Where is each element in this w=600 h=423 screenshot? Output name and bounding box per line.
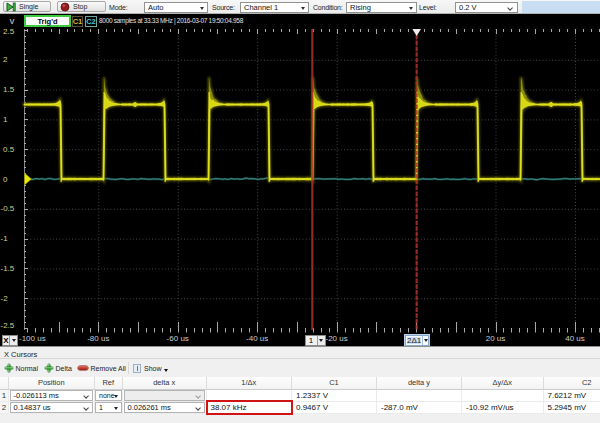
condition-select[interactable]: Rising [346,2,417,13]
sample-info-text: 8000 samples at 33.33 MHz | 2016-03-07 1… [99,17,243,24]
condition-value: Rising [350,3,371,12]
ref-combo-row1[interactable]: none [95,390,122,401]
x-axis-selector-button[interactable]: X [2,335,18,346]
chevron-down-icon [195,394,201,399]
cell-dydx-row2: -10.92 mV/us [462,402,544,414]
x-axis-label: -60 us [167,334,189,343]
status-bar: V Trig'd C1 C2 8000 samples at 33.33 MHz… [0,14,600,29]
channel2-badge[interactable]: C2 [85,16,97,27]
channel1-badge[interactable]: C1 [72,16,83,27]
show-menu-button[interactable]: Show [133,362,168,374]
trigger-position-marker [412,29,421,36]
column-header-c2[interactable]: C2 [544,377,600,390]
chevron-down-icon [83,394,89,399]
chevron-down-icon [507,6,513,11]
cursor2-button[interactable]: 2Δ1 [405,335,429,346]
cursors-table: PositionRefdelta x1/ΔxC1delta yΔy/ΔxC21-… [0,377,600,414]
chevron-down-icon [83,406,89,411]
cell-c2-row1: 7.6212 mV [544,390,600,402]
cursor2-button-label: 2Δ1 [407,337,421,344]
cell-c1-row1: 1.2337 V [292,390,377,402]
dropdown-arrow-icon [200,7,204,10]
dropdown-arrow-icon [422,336,428,345]
column-header-position[interactable]: Position [9,377,95,390]
y-axis-label: 2 [3,55,7,64]
show-label: Show [144,365,162,372]
position-value-row1: -0.026113 ms [14,391,59,400]
cell-c2-row2: 5.2945 mV [544,402,600,414]
condition-label: Condition: [313,4,343,11]
scope-display[interactable]: 2.521.510.50-0.5-1-1.5-2-2.5 -100 us-80 … [0,29,600,346]
ref-value-row1: none [99,392,115,399]
add-normal-cursor-button[interactable]: Normal [5,362,38,374]
column-header-delta_x[interactable]: delta x [123,377,207,390]
y-axis-label: -2.5 [1,321,15,330]
c1-zero-level-marker [25,173,32,185]
y-axis-label: 0 [3,175,7,184]
ref-value-row2: 1 [99,404,103,411]
stop-button[interactable]: Stop [57,1,106,12]
mode-value: Auto [148,3,163,12]
stop-button-label: Stop [73,3,87,10]
y-axis-label: -2 [1,294,8,303]
cell-num-row1: 1 [0,390,9,402]
level-value: 0.2 V [459,3,477,12]
y-axis-label: 1 [3,115,7,124]
waveform-plot[interactable] [0,29,600,346]
level-adjust-track[interactable] [522,1,600,13]
minus-icon [78,366,88,370]
add-normal-label: Normal [16,365,39,372]
source-value: Channel 1 [244,3,278,12]
column-header-num [0,377,9,390]
column-header-ref[interactable]: Ref [95,377,124,390]
position-combo-row1[interactable]: -0.026113 ms [10,390,94,401]
x-axis-label: -40 us [246,334,268,343]
cursors-toolbar: Normal Delta Remove All Show [0,358,600,376]
position-combo-row2[interactable]: 0.14837 us [10,402,94,413]
remove-all-cursors-button[interactable]: Remove All [78,362,126,374]
mode-label: Mode: [109,4,127,11]
dropdown-arrow-icon [317,336,325,345]
remove-all-label: Remove All [91,365,126,372]
y-axis-label: 1.5 [3,85,14,94]
plus-icon [5,364,13,372]
trigger-toolbar: Single Stop Mode: Auto Source: Channel 1… [0,0,600,14]
dropdown-arrow-icon [409,7,413,10]
cell-inv_dx-row2: 38.07 kHz [207,402,293,414]
y-axis-label: -1.5 [1,264,15,273]
cursor1-button[interactable]: 1 [305,335,326,346]
column-header-inv_dx[interactable]: 1/Δx [207,377,293,390]
x-axis-strip [28,322,600,333]
add-delta-label: Delta [56,365,72,372]
column-header-dydx[interactable]: Δy/Δx [462,377,544,390]
single-button-label: Single [19,3,38,10]
level-input[interactable]: 0.2 V [455,2,518,13]
delta_x-combo-row2[interactable]: 0.026261 ms [124,402,206,413]
column-header-c1[interactable]: C1 [292,377,377,390]
x-axis-label: 20 us [486,334,506,343]
dropdown-arrow-icon [114,407,118,410]
delta_x-value-row2: 0.026261 ms [128,403,171,412]
add-delta-cursor-button[interactable]: Delta [45,362,72,374]
y-axis-label: -1 [1,234,8,243]
source-select[interactable]: Channel 1 [240,2,309,13]
ref-combo-row2[interactable]: 1 [95,402,122,413]
level-label: Level: [419,4,436,11]
position-value-row2: 0.14837 us [14,403,51,412]
chevron-down-icon [195,406,201,411]
dropdown-arrow-icon [9,336,17,345]
cell-dydx-row1 [462,390,544,402]
x-axis-label: 40 us [565,334,585,343]
show-columns-icon [133,364,141,373]
mode-select[interactable]: Auto [144,2,208,13]
dropdown-arrow-icon [164,369,168,372]
y-axis-unit-label: V [7,17,17,26]
toolbar-separator [128,362,129,374]
column-header-delta_y[interactable]: delta y [377,377,462,390]
dropdown-arrow-icon [301,7,305,10]
delta_x-combo-row1[interactable] [124,390,206,401]
cell-num-row2: 2 [0,402,9,414]
cell-delta_y-row2: -287.0 mV [377,402,462,414]
single-button[interactable]: Single [3,1,51,12]
plus-icon [45,364,53,372]
